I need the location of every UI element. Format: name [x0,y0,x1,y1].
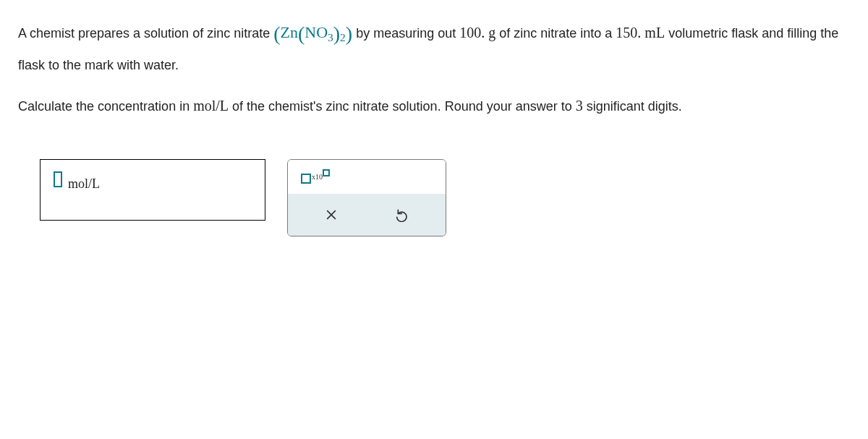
close-icon [324,208,339,222]
text-segment: of the chemist's zinc nitrate solution. … [232,99,576,114]
undo-icon [396,208,410,222]
exponent-placeholder-icon [323,169,330,176]
text-segment: of zinc nitrate into a [499,26,616,41]
mantissa-placeholder-icon [301,174,311,184]
volume-unit: mL [641,25,665,41]
answer-input[interactable] [54,171,62,187]
text-segment: A chemist prepares a solution of zinc ni… [18,26,273,41]
mass-value: 100. [459,25,485,41]
tool-bottom-row [288,194,446,236]
scientific-notation-button[interactable]: x10 [301,170,330,184]
text-segment: significant digits. [587,99,682,114]
sig-figs: 3 [576,98,583,114]
answer-unit: mol/L [68,171,100,196]
volume-value: 150. [616,25,641,41]
text-segment: by measuring out [356,26,459,41]
reset-button[interactable] [392,204,414,226]
clear-button[interactable] [320,204,342,226]
text-segment: Calculate the concentration in [18,99,193,114]
answer-section: mol/L x10 [40,159,850,236]
tool-panel: x10 [287,159,446,236]
mass-unit: g [485,25,495,41]
x10-label: x10 [312,170,323,184]
question-paragraph-2: Calculate the concentration in mol/L of … [18,92,850,119]
concentration-unit: mol/L [193,98,229,114]
question-paragraph-1: A chemist prepares a solution of zinc ni… [18,14,850,77]
tool-top-row: x10 [288,160,446,194]
answer-box: mol/L [40,159,265,221]
chemical-formula: (Zn(NO3)2) [273,14,352,53]
